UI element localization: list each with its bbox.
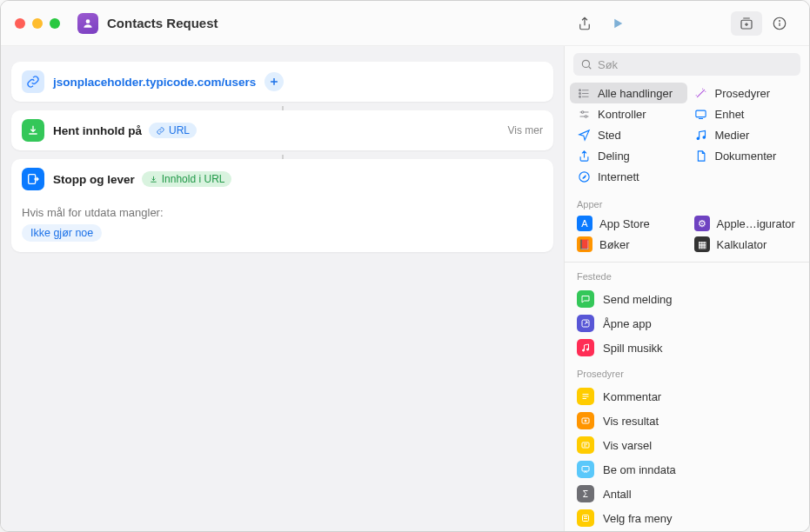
wand-icon	[694, 86, 708, 100]
window-title: Contacts Request	[107, 16, 218, 30]
action-spill-musikk[interactable]: Spill musikk	[570, 336, 804, 360]
category-alle-handlinger[interactable]: Alle handlinger	[570, 83, 687, 103]
category-dokumenter[interactable]: Dokumenter	[687, 145, 805, 166]
category-sted[interactable]: Sted	[570, 124, 687, 145]
pinned-section-header: Festede	[565, 264, 809, 285]
svg-rect-16	[696, 110, 706, 117]
app-apple-igurator[interactable]: ⚙Apple…igurator	[687, 213, 805, 234]
get-contents-title: Hent innhold på	[53, 124, 142, 137]
category-kontroller[interactable]: Kontroller	[570, 103, 687, 124]
action-send-melding[interactable]: Send melding	[570, 287, 804, 311]
music-icon	[577, 339, 594, 356]
share-button[interactable]	[569, 11, 600, 36]
category-enhet[interactable]: Enhet	[687, 103, 805, 124]
search-input[interactable]	[573, 53, 800, 76]
svg-point-4	[780, 20, 780, 21]
svg-point-11	[579, 96, 580, 97]
play-icon	[610, 16, 626, 31]
app-icon: 📕	[577, 236, 592, 252]
stop-output-action-card[interactable]: Stopp og lever Innhold i URL Hvis mål fo…	[11, 159, 553, 252]
action-kommentar[interactable]: Kommentar	[570, 384, 804, 409]
pinned-list: Send meldingÅpne appSpill musikk	[565, 285, 809, 362]
app-window: Contacts Request j	[0, 0, 810, 532]
share-icon	[577, 16, 592, 31]
minimize-window-button[interactable]	[32, 18, 43, 29]
result-icon	[577, 412, 594, 429]
sliders-icon	[577, 107, 591, 121]
app-icon: ⚙	[694, 216, 710, 231]
stop-output-title: Stopp og lever	[53, 173, 135, 186]
fullscreen-window-button[interactable]	[50, 18, 60, 29]
svg-point-28	[585, 420, 586, 422]
apps-grid: AApp Store⚙Apple…igurator📕Bøker▦Kalkulat…	[565, 213, 809, 260]
apps-section-header: Apper	[565, 192, 809, 213]
openapp-icon	[577, 315, 594, 332]
document-icon	[694, 149, 708, 163]
svg-point-0	[86, 19, 90, 23]
workflow-editor[interactable]: jsonplaceholder.typicode.com/users ＋ Hen…	[1, 46, 564, 531]
category-prosedyrer[interactable]: Prosedyrer	[687, 83, 805, 103]
svg-point-9	[579, 89, 580, 90]
action-vis-varsel[interactable]: Vis varsel	[570, 433, 804, 457]
content-token[interactable]: Innhold i URL	[142, 171, 232, 187]
url-action-card[interactable]: jsonplaceholder.typicode.com/users ＋	[11, 62, 553, 102]
svg-point-19	[703, 136, 706, 138]
info-button[interactable]	[764, 11, 795, 36]
info-icon	[772, 16, 787, 31]
download-small-icon	[149, 175, 158, 184]
add-url-button[interactable]: ＋	[264, 72, 284, 91]
category-grid: Alle handlingerProsedyrerKontrollerEnhet…	[565, 83, 809, 192]
titlebar: Contacts Request	[1, 1, 809, 46]
action-antall[interactable]: Antall	[570, 482, 804, 506]
list-icon	[577, 86, 591, 100]
app-b-ker[interactable]: 📕Bøker	[570, 234, 687, 255]
url-value[interactable]: jsonplaceholder.typicode.com/users	[53, 76, 256, 89]
sigma-icon	[577, 485, 594, 502]
location-icon	[577, 128, 591, 142]
traffic-lights	[15, 18, 60, 29]
action-åpne-app[interactable]: Åpne app	[570, 311, 804, 336]
svg-point-23	[587, 349, 589, 350]
svg-point-15	[585, 115, 587, 117]
category-medier[interactable]: Medier	[687, 124, 805, 145]
music-icon	[694, 128, 708, 142]
action-velg-fra-meny[interactable]: Velg fra meny	[570, 506, 804, 530]
input-icon	[577, 461, 594, 478]
app-kalkulator[interactable]: ▦Kalkulator	[687, 234, 805, 255]
comment-icon	[577, 388, 594, 405]
procedures-list: KommentarVis resultatVis varselBe om inn…	[565, 382, 809, 531]
library-icon	[739, 16, 754, 31]
device-icon	[694, 107, 708, 121]
divider	[565, 262, 809, 263]
close-window-button[interactable]	[15, 18, 25, 29]
menu-icon	[577, 509, 594, 527]
app-icon: A	[577, 216, 592, 231]
run-button[interactable]	[602, 11, 633, 36]
exit-icon	[22, 168, 44, 190]
app-icon: ▦	[694, 236, 710, 252]
svg-rect-29	[582, 442, 589, 448]
category-deling[interactable]: Deling	[570, 145, 687, 166]
svg-point-10	[579, 92, 580, 94]
do-nothing-option[interactable]: Ikke gjør noe	[22, 224, 102, 242]
show-more-button[interactable]: Vis mer	[508, 124, 543, 136]
share-icon	[577, 149, 591, 163]
actions-sidebar: Alle handlingerProsedyrerKontrollerEnhet…	[564, 46, 809, 531]
action-be-om-inndata[interactable]: Be om inndata	[570, 457, 804, 482]
window-body: jsonplaceholder.typicode.com/users ＋ Hen…	[1, 46, 809, 531]
get-contents-action-card[interactable]: Hent innhold på URL Vis mer	[11, 110, 553, 150]
category-internett[interactable]: Internett	[570, 166, 687, 187]
url-token[interactable]: URL	[149, 123, 197, 138]
link-small-icon	[156, 126, 165, 136]
alert-icon	[577, 436, 594, 454]
app-app-store[interactable]: AApp Store	[570, 213, 687, 234]
link-icon	[22, 70, 44, 93]
library-button[interactable]	[731, 11, 762, 36]
action-vis-resultat[interactable]: Vis resultat	[570, 409, 804, 433]
procedures-section-header: Prosedyrer	[565, 362, 809, 382]
shortcut-app-icon	[77, 13, 98, 34]
download-icon	[22, 119, 44, 142]
safari-icon	[577, 170, 591, 183]
missing-output-label: Hvis mål for utdata mangler:	[22, 206, 543, 219]
svg-point-18	[697, 137, 700, 140]
